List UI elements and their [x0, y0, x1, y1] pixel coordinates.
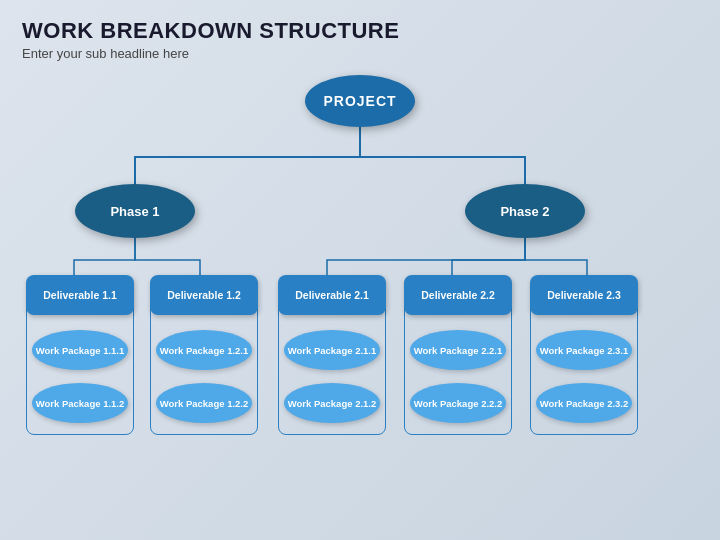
node-d11: Deliverable 1.1: [26, 275, 134, 315]
node-d22: Deliverable 2.2: [404, 275, 512, 315]
node-wp232: Work Package 2.3.2: [536, 383, 632, 423]
node-phase2: Phase 2: [465, 184, 585, 238]
node-wp112: Work Package 1.1.2: [32, 383, 128, 423]
node-phase1: Phase 1: [75, 184, 195, 238]
node-wp231: Work Package 2.3.1: [536, 330, 632, 370]
page-title: WORK BREAKDOWN STRUCTURE: [22, 18, 698, 44]
node-wp121: Work Package 1.2.1: [156, 330, 252, 370]
node-d12: Deliverable 1.2: [150, 275, 258, 315]
wbs-diagram: PROJECT Phase 1 Phase 2 Deliverable 1.1 …: [22, 75, 698, 485]
node-d21: Deliverable 2.1: [278, 275, 386, 315]
node-wp221: Work Package 2.2.1: [410, 330, 506, 370]
slide: WORK BREAKDOWN STRUCTURE Enter your sub …: [0, 0, 720, 540]
node-project: PROJECT: [305, 75, 415, 127]
node-wp212: Work Package 2.1.2: [284, 383, 380, 423]
node-wp222: Work Package 2.2.2: [410, 383, 506, 423]
page-subtitle: Enter your sub headline here: [22, 46, 698, 61]
node-wp111: Work Package 1.1.1: [32, 330, 128, 370]
node-wp211: Work Package 2.1.1: [284, 330, 380, 370]
node-wp122: Work Package 1.2.2: [156, 383, 252, 423]
node-d23: Deliverable 2.3: [530, 275, 638, 315]
